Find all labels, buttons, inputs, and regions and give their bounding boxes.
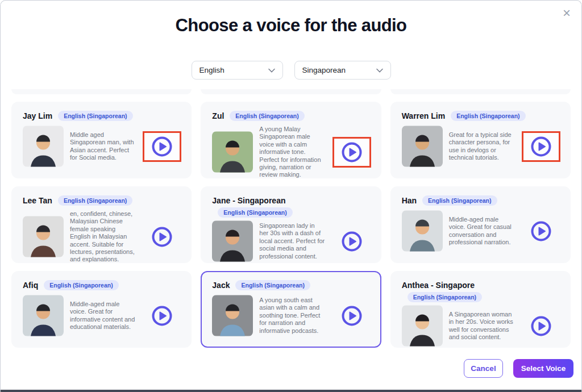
avatar	[402, 305, 443, 347]
close-icon[interactable]: ×	[559, 5, 575, 21]
voice-card-jack[interactable]: Jack English (Singaporean) A young south…	[201, 271, 381, 348]
play-box	[332, 301, 371, 331]
play-voice-button[interactable]	[151, 136, 173, 157]
voice-language-badge: English (Singaporean)	[58, 111, 132, 121]
voice-name: Lee Tan	[23, 196, 52, 205]
voice-description: A young Malay Singaporean male voice wit…	[259, 126, 325, 179]
partial-card	[11, 89, 192, 94]
avatar	[212, 220, 253, 262]
avatar	[23, 216, 64, 257]
voice-description: Middle-aged male voice. Great for inform…	[70, 301, 135, 331]
voice-card-afiq[interactable]: Afiq English (Singaporean) Middle-aged m…	[11, 271, 192, 348]
play-voice-button[interactable]	[151, 305, 173, 327]
voice-grid: Jay Lim English (Singaporean) Middle age…	[1, 102, 581, 348]
voice-card-han[interactable]: Han English (Singaporean) Middle-aged ma…	[390, 186, 571, 263]
accent-select-value: Singaporean	[302, 66, 346, 74]
language-select-value: English	[199, 66, 225, 74]
play-box	[143, 301, 181, 331]
chevron-down-icon	[376, 68, 383, 73]
voice-name: Warren Lim	[402, 111, 446, 120]
avatar	[402, 210, 443, 252]
avatar	[23, 295, 64, 336]
play-box	[522, 216, 560, 247]
play-highlight-box	[143, 131, 181, 162]
voice-language-badge: English (Singaporean)	[408, 292, 482, 302]
voice-description: A Singaporean woman in her 20s. Voice wo…	[449, 311, 514, 341]
play-voice-button[interactable]	[151, 226, 173, 248]
filter-bar: English Singaporean	[1, 61, 581, 80]
play-highlight-box	[522, 131, 560, 162]
voice-card-anthea-singapore[interactable]: Anthea - Singapore English (Singaporean)…	[390, 271, 571, 348]
voice-language-badge: English (Singaporean)	[230, 111, 304, 121]
voice-description: en, confident, chinese, Malaysian Chines…	[70, 210, 135, 264]
play-voice-button[interactable]	[341, 305, 363, 327]
play-voice-button[interactable]	[341, 141, 363, 163]
cancel-button[interactable]: Cancel	[464, 359, 503, 378]
partial-card	[201, 89, 381, 94]
play-box	[522, 311, 560, 341]
avatar	[23, 126, 64, 167]
play-voice-button[interactable]	[530, 315, 552, 337]
voice-name: Jay Lim	[23, 111, 52, 120]
voice-language-badge: English (Singaporean)	[44, 280, 118, 290]
choose-voice-modal: × Choose a voice for the audio English S…	[0, 0, 582, 392]
voice-language-badge: English (Singaporean)	[58, 195, 132, 206]
voice-language-badge: English (Singaporean)	[218, 207, 292, 218]
voice-description: Great for a typical side character perso…	[449, 131, 514, 162]
partial-card	[390, 89, 571, 94]
avatar	[212, 295, 253, 336]
voice-name: Jane - Singaporean	[212, 196, 285, 205]
voice-name: Anthea - Singapore	[402, 281, 475, 290]
play-voice-button[interactable]	[530, 220, 552, 242]
voice-description: Middle-aged male voice. Great for casual…	[449, 216, 514, 247]
play-highlight-box	[332, 137, 371, 168]
voice-card-lee-tan[interactable]: Lee Tan English (Singaporean) en, confid…	[11, 186, 192, 263]
play-box	[143, 222, 181, 252]
voice-language-badge: English (Singaporean)	[235, 280, 310, 290]
voice-name: Afiq	[23, 281, 38, 290]
voice-description: Middle aged Singaporean man, with Asian …	[70, 131, 135, 162]
select-voice-button[interactable]: Select Voice	[513, 359, 573, 378]
voice-language-badge: English (Singaporean)	[422, 195, 497, 206]
modal-title: Choose a voice for the audio	[1, 15, 581, 36]
accent-select[interactable]: Singaporean	[294, 61, 391, 80]
modal-footer: Cancel Select Voice	[464, 359, 573, 378]
play-box	[332, 226, 371, 257]
voice-name: Zul	[212, 111, 224, 120]
language-select[interactable]: English	[192, 61, 283, 80]
voice-name: Jack	[212, 281, 230, 290]
play-voice-button[interactable]	[341, 231, 363, 252]
voice-card-jay-lim[interactable]: Jay Lim English (Singaporean) Middle age…	[11, 102, 192, 178]
voice-card-warren-lim[interactable]: Warren Lim English (Singaporean) Great f…	[390, 102, 571, 178]
voice-card-zul[interactable]: Zul English (Singaporean) A young Malay …	[201, 102, 381, 178]
scrolled-row-remnant	[1, 89, 581, 94]
play-voice-button[interactable]	[530, 136, 552, 157]
voice-language-badge: English (Singaporean)	[451, 111, 525, 121]
avatar	[402, 126, 443, 167]
voice-description: Singaporean lady in her 30s with a dash …	[259, 222, 325, 260]
chevron-down-icon	[268, 68, 275, 73]
voice-card-jane-singaporean[interactable]: Jane - Singaporean English (Singaporean)…	[201, 186, 381, 263]
avatar	[212, 131, 253, 173]
voice-name: Han	[402, 196, 417, 205]
voice-description: A young south east asian with a calm and…	[259, 297, 325, 335]
